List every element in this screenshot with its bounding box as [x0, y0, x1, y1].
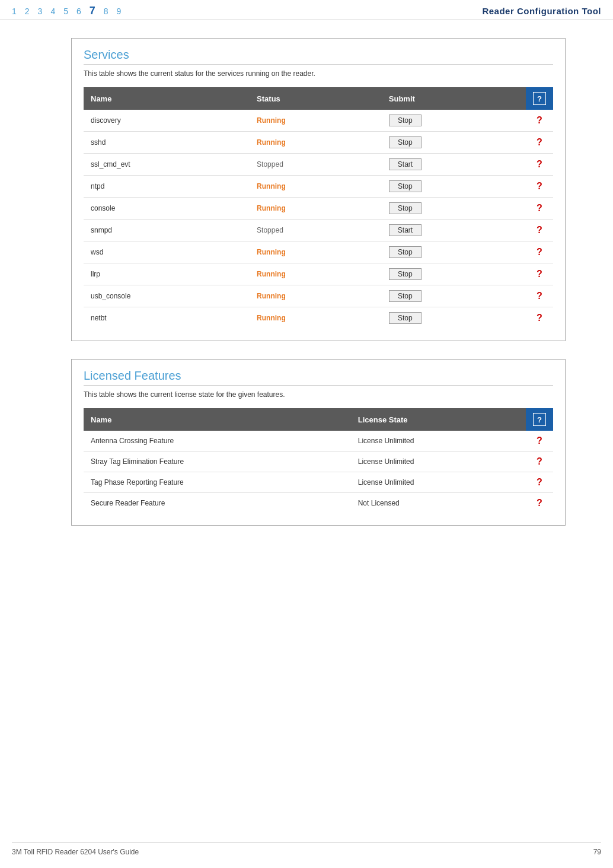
service-action-button[interactable]: Start [389, 158, 422, 170]
licensed-row: Stray Tag Elimination FeatureLicense Unl… [84, 452, 553, 472]
service-status: Running [250, 110, 382, 132]
services-col-status: Status [250, 87, 382, 110]
service-help[interactable]: ? [526, 220, 553, 241]
services-row: ntpdRunningStop? [84, 176, 553, 198]
service-help[interactable]: ? [526, 110, 553, 132]
service-name: ssl_cmd_evt [84, 154, 250, 176]
service-help[interactable]: ? [526, 198, 553, 220]
licensed-row: Tag Phase Reporting FeatureLicense Unlim… [84, 472, 553, 493]
service-help[interactable]: ? [526, 154, 553, 176]
service-action-button[interactable]: Stop [389, 312, 422, 324]
nav-4[interactable]: 4 [50, 7, 55, 16]
feature-license-state: License Unlimited [351, 431, 526, 452]
service-submit-cell: Start [382, 154, 526, 176]
services-desc: This table shows the current status for … [84, 69, 553, 78]
service-action-button[interactable]: Stop [389, 246, 422, 258]
service-status: Running [250, 285, 382, 307]
service-name: sshd [84, 132, 250, 154]
services-row: discoveryRunningStop? [84, 110, 553, 132]
licensed-col-help: ? [526, 408, 553, 431]
services-row: llrpRunningStop? [84, 263, 553, 285]
services-section: Services This table shows the current st… [71, 38, 566, 341]
service-action-button[interactable]: Stop [389, 268, 422, 280]
nav-1[interactable]: 1 [12, 7, 17, 16]
service-help[interactable]: ? [526, 285, 553, 307]
licensed-row: Secure Reader FeatureNot Licensed? [84, 493, 553, 514]
services-row: snmpdStoppedStart? [84, 220, 553, 241]
licensed-help-icon[interactable]: ? [533, 413, 546, 426]
service-name: discovery [84, 110, 250, 132]
service-status: Running [250, 198, 382, 220]
service-submit-cell: Stop [382, 241, 526, 263]
nav-5[interactable]: 5 [63, 7, 68, 16]
services-row: wsdRunningStop? [84, 241, 553, 263]
service-status: Stopped [250, 154, 382, 176]
service-status: Running [250, 307, 382, 329]
page-footer: 3M Toll RFID Reader 6204 User's Guide 79 [12, 842, 601, 856]
nav-9[interactable]: 9 [117, 7, 122, 16]
feature-name: Antenna Crossing Feature [84, 431, 351, 452]
services-table: Name Status Submit ? discoveryRunningSto… [84, 87, 553, 329]
services-help-icon[interactable]: ? [533, 92, 546, 105]
service-submit-cell: Stop [382, 176, 526, 198]
licensed-row: Antenna Crossing FeatureLicense Unlimite… [84, 431, 553, 452]
services-col-name: Name [84, 87, 250, 110]
service-action-button[interactable]: Stop [389, 180, 422, 192]
nav-6[interactable]: 6 [76, 7, 81, 16]
services-header-row: Name Status Submit ? [84, 87, 553, 110]
service-submit-cell: Stop [382, 132, 526, 154]
services-col-help: ? [526, 87, 553, 110]
licensed-col-name: Name [84, 408, 351, 431]
services-row: usb_consoleRunningStop? [84, 285, 553, 307]
feature-name: Secure Reader Feature [84, 493, 351, 514]
services-col-submit: Submit [382, 87, 526, 110]
feature-name: Tag Phase Reporting Feature [84, 472, 351, 493]
footer-right: 79 [593, 848, 601, 856]
footer-left: 3M Toll RFID Reader 6204 User's Guide [12, 848, 139, 856]
nav-7-active[interactable]: 7 [90, 5, 95, 17]
services-row: consoleRunningStop? [84, 198, 553, 220]
service-name: snmpd [84, 220, 250, 241]
licensed-features-header-row: Name License State ? [84, 408, 553, 431]
service-action-button[interactable]: Stop [389, 115, 422, 126]
feature-help[interactable]: ? [526, 452, 553, 472]
service-help[interactable]: ? [526, 132, 553, 154]
service-help[interactable]: ? [526, 176, 553, 198]
service-submit-cell: Stop [382, 198, 526, 220]
services-row: ssl_cmd_evtStoppedStart? [84, 154, 553, 176]
licensed-features-table: Name License State ? Antenna Crossing Fe… [84, 408, 553, 513]
service-action-button[interactable]: Stop [389, 136, 422, 148]
licensed-features-section: Licensed Features This table shows the c… [71, 359, 566, 526]
page-title: Reader Configuration Tool [482, 6, 601, 16]
service-help[interactable]: ? [526, 263, 553, 285]
service-status: Running [250, 241, 382, 263]
service-name: ntpd [84, 176, 250, 198]
top-nav: 1 2 3 4 5 6 7 8 9 Reader Configuration T… [0, 0, 613, 20]
feature-license-state: License Unlimited [351, 452, 526, 472]
service-action-button[interactable]: Stop [389, 202, 422, 214]
feature-help[interactable]: ? [526, 493, 553, 514]
nav-3[interactable]: 3 [38, 7, 43, 16]
feature-license-state: License Unlimited [351, 472, 526, 493]
services-title: Services [84, 48, 553, 65]
feature-license-state: Not Licensed [351, 493, 526, 514]
service-submit-cell: Stop [382, 110, 526, 132]
nav-8[interactable]: 8 [104, 7, 108, 16]
feature-help[interactable]: ? [526, 431, 553, 452]
service-submit-cell: Stop [382, 307, 526, 329]
service-status: Running [250, 176, 382, 198]
feature-help[interactable]: ? [526, 472, 553, 493]
main-content: Services This table shows the current st… [0, 20, 613, 561]
service-help[interactable]: ? [526, 307, 553, 329]
service-submit-cell: Stop [382, 285, 526, 307]
service-action-button[interactable]: Stop [389, 290, 422, 302]
service-status: Running [250, 132, 382, 154]
service-name: wsd [84, 241, 250, 263]
service-action-button[interactable]: Start [389, 224, 422, 236]
service-help[interactable]: ? [526, 241, 553, 263]
services-row: sshdRunningStop? [84, 132, 553, 154]
services-row: netbtRunningStop? [84, 307, 553, 329]
nav-2[interactable]: 2 [25, 7, 30, 16]
service-name: console [84, 198, 250, 220]
service-submit-cell: Stop [382, 263, 526, 285]
